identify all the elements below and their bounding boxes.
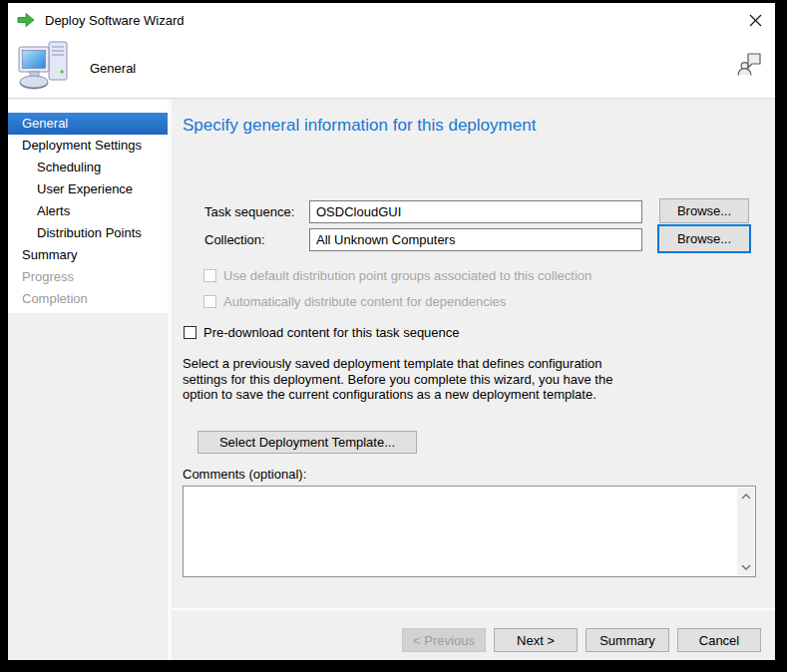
previous-button: < Previous	[402, 628, 486, 652]
page-heading: Specify general information for this dep…	[183, 116, 536, 136]
wizard-step-list: General Deployment Settings Scheduling U…	[8, 100, 168, 313]
close-icon	[749, 14, 762, 27]
close-button[interactable]	[741, 6, 769, 34]
comments-scrollbar[interactable]	[737, 488, 754, 575]
scroll-down-button[interactable]	[737, 558, 754, 575]
nav-item-progress: Progress	[8, 266, 168, 288]
nav-item-user-experience[interactable]: User Experience	[8, 178, 168, 200]
wizard-header: General	[8, 37, 775, 99]
general-page-content: Specify general information for this dep…	[172, 100, 775, 609]
collection-input[interactable]	[309, 228, 642, 251]
deployment-template-note: Select a previously saved deployment tem…	[183, 356, 612, 403]
chevron-down-icon	[741, 564, 751, 570]
user-feedback-icon	[736, 51, 763, 78]
title-bar: Deploy Software Wizard	[8, 3, 775, 37]
pre-download-content-label: Pre-download content for this task seque…	[203, 325, 460, 340]
scroll-up-button[interactable]	[737, 488, 754, 504]
nav-item-summary[interactable]: Summary	[8, 244, 168, 266]
use-default-dp-groups-label: Use default distribution point groups as…	[223, 268, 591, 283]
cancel-button[interactable]: Cancel	[677, 628, 761, 652]
nav-item-general[interactable]: General	[8, 113, 168, 135]
window-title: Deploy Software Wizard	[45, 13, 741, 28]
next-button[interactable]: Next >	[494, 628, 578, 652]
use-default-dp-groups-checkbox-row: Use default distribution point groups as…	[203, 268, 591, 283]
comments-textarea[interactable]	[184, 487, 737, 576]
pre-download-content-checkbox-row[interactable]: Pre-download content for this task seque…	[184, 325, 460, 340]
feedback-button[interactable]	[736, 51, 763, 81]
computer-workstation-icon	[16, 38, 74, 94]
auto-distribute-content-checkbox-row: Automatically distribute content for dep…	[203, 294, 506, 309]
summary-button[interactable]: Summary	[586, 628, 669, 652]
nav-item-alerts[interactable]: Alerts	[8, 200, 168, 222]
nav-item-scheduling[interactable]: Scheduling	[8, 157, 168, 178]
auto-distribute-content-label: Automatically distribute content for dep…	[223, 294, 506, 309]
footer-divider	[172, 608, 775, 610]
use-default-dp-groups-checkbox	[203, 269, 216, 282]
nav-item-deployment-settings[interactable]: Deployment Settings	[8, 135, 168, 157]
comments-label: Comments (optional):	[183, 467, 306, 482]
collection-browse-button[interactable]: Browse...	[657, 224, 751, 253]
task-sequence-input[interactable]	[309, 200, 642, 223]
nav-item-completion: Completion	[8, 288, 168, 310]
chevron-up-icon	[741, 494, 751, 500]
wizard-body: General Deployment Settings Scheduling U…	[8, 100, 775, 660]
wizard-buttons: < Previous Next > Summary Cancel	[402, 628, 761, 652]
note-line-1: Select a previously saved deployment tem…	[183, 356, 612, 372]
green-arrow-right-icon	[16, 12, 36, 28]
deploy-software-wizard-window: Deploy Software Wizard	[8, 3, 775, 660]
collection-label: Collection:	[204, 232, 265, 247]
task-sequence-browse-button[interactable]: Browse...	[659, 198, 749, 223]
comments-field	[183, 486, 756, 577]
nav-item-distribution-points[interactable]: Distribution Points	[8, 222, 168, 244]
pre-download-content-checkbox[interactable]	[184, 326, 197, 339]
task-sequence-label: Task sequence:	[204, 204, 294, 219]
note-line-3: option to save the current configuration…	[183, 387, 612, 403]
page-step-title: General	[90, 61, 136, 76]
note-line-2: settings for this deployment. Before you…	[183, 372, 612, 388]
select-deployment-template-button[interactable]: Select Deployment Template...	[197, 431, 417, 454]
auto-distribute-content-checkbox	[203, 295, 216, 308]
